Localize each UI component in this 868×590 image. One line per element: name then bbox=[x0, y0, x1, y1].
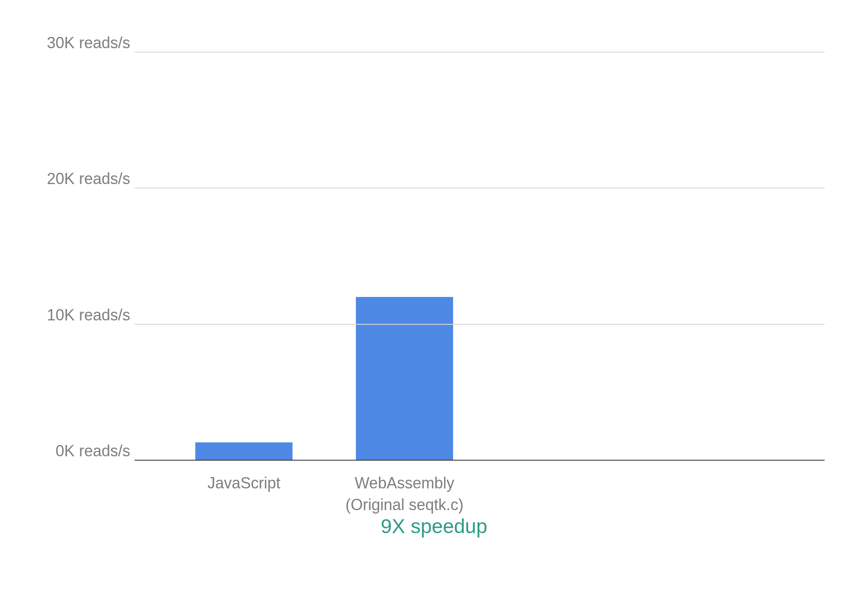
x-tick-label: WebAssembly (Original seqtk.c) bbox=[326, 472, 483, 516]
bar bbox=[195, 442, 293, 460]
y-tick-label: 20K reads/s bbox=[47, 170, 130, 188]
y-tick-label: 30K reads/s bbox=[47, 34, 130, 52]
chart: 0K reads/s10K reads/s20K reads/s30K read… bbox=[43, 52, 825, 512]
plot-area: 0K reads/s10K reads/s20K reads/s30K read… bbox=[43, 52, 825, 460]
grid-line bbox=[135, 52, 825, 53]
bars-layer bbox=[135, 52, 825, 460]
x-tick-label: JavaScript bbox=[166, 472, 322, 494]
y-tick-label: 10K reads/s bbox=[47, 306, 130, 324]
grid-line bbox=[135, 188, 825, 188]
y-tick-label: 0K reads/s bbox=[56, 442, 130, 460]
bar bbox=[356, 297, 453, 460]
grid-line bbox=[135, 324, 825, 325]
chart-caption: 9X speedup bbox=[0, 514, 868, 538]
x-axis: JavaScriptWebAssembly (Original seqtk.c) bbox=[135, 460, 825, 512]
